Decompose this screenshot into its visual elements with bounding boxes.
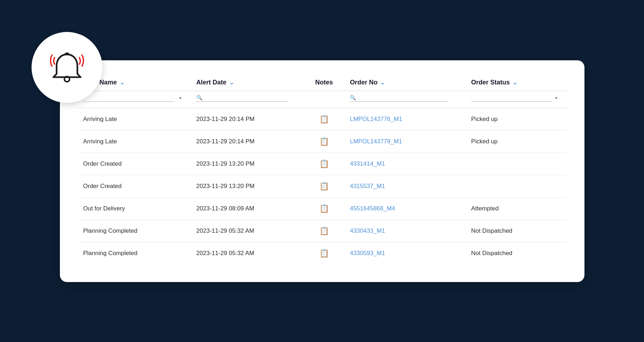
- cell-alert-name: Out for Delivery: [78, 197, 191, 220]
- col-header-order-no[interactable]: Order No ⌄: [344, 75, 465, 91]
- notes-icon[interactable]: 📋: [319, 115, 329, 123]
- filter-alert-date-input[interactable]: [205, 95, 288, 101]
- filter-cell-order-no: 🔍: [344, 91, 465, 108]
- order-link[interactable]: 4551645868_M4: [350, 205, 395, 212]
- order-link[interactable]: 4330433_M1: [350, 227, 385, 234]
- sort-alert-date-icon[interactable]: ⌄: [229, 79, 234, 86]
- cell-order-no[interactable]: LMPOL143776_M1: [344, 108, 465, 131]
- cell-order-status: Picked up: [465, 130, 566, 153]
- cell-alert-date: 2023-11-29 13:20 PM: [191, 175, 304, 197]
- table-row: Planning Completed 2023-11-29 05:32 AM 📋…: [78, 220, 567, 242]
- cell-notes[interactable]: 📋: [304, 242, 344, 264]
- cell-alert-name: Order Created: [78, 175, 191, 197]
- table-body: Arriving Late 2023-11-29 20:14 PM 📋 LMPO…: [78, 108, 567, 264]
- cell-alert-date: 2023-11-29 05:32 AM: [191, 242, 304, 264]
- cell-order-status: [465, 175, 566, 197]
- col-header-notes: Notes: [304, 75, 344, 91]
- cell-notes[interactable]: 📋: [304, 197, 344, 220]
- cell-alert-date: 2023-11-29 20:14 PM: [191, 130, 304, 153]
- table-row: Arriving Late 2023-11-29 20:14 PM 📋 LMPO…: [78, 130, 567, 153]
- filter-order-no-input[interactable]: [358, 95, 449, 101]
- order-link[interactable]: 4331414_M1: [350, 160, 385, 167]
- cell-notes[interactable]: 📋: [304, 175, 344, 197]
- table-row: Arriving Late 2023-11-29 20:14 PM 📋 LMPO…: [78, 108, 567, 131]
- cell-order-status: Picked up: [465, 108, 566, 131]
- cell-order-no[interactable]: LMPOL143779_M1: [344, 130, 465, 153]
- sort-order-status-icon[interactable]: ⌄: [513, 79, 517, 86]
- order-link[interactable]: LMPOL143776_M1: [350, 116, 402, 122]
- order-link[interactable]: 4330593_M1: [350, 250, 385, 256]
- order-link[interactable]: 4315537_M1: [350, 183, 385, 189]
- notification-bell-circle: [32, 32, 102, 103]
- table-row: Out for Delivery 2023-11-29 08:09 AM 📋 4…: [78, 197, 567, 220]
- notes-icon[interactable]: 📋: [319, 182, 329, 191]
- cell-alert-date: 2023-11-29 08:09 AM: [191, 197, 304, 220]
- cell-alert-name: Planning Completed: [78, 242, 191, 264]
- cell-order-no[interactable]: 4315537_M1: [344, 175, 465, 197]
- filter-alert-name-input[interactable]: [83, 94, 175, 102]
- bell-icon: [47, 48, 86, 87]
- cell-order-status: Not Dispatched: [465, 242, 566, 264]
- col-header-alert-date[interactable]: Alert Date ⌄: [191, 75, 304, 91]
- col-header-order-status[interactable]: Order Status ⌄: [465, 75, 566, 91]
- cell-order-status: [465, 153, 566, 175]
- cell-notes[interactable]: 📋: [304, 220, 344, 242]
- filter-cell-order-status: [465, 91, 566, 108]
- main-container: Alert Name ⌄ Alert Date ⌄ Notes: [60, 60, 584, 282]
- cell-order-no[interactable]: 4551645868_M4: [344, 197, 465, 220]
- content-card: Alert Name ⌄ Alert Date ⌄ Notes: [60, 60, 584, 282]
- filter-order-status-input[interactable]: [471, 94, 552, 102]
- cell-order-no[interactable]: 4330593_M1: [344, 242, 465, 264]
- table-row: Planning Completed 2023-11-29 05:32 AM 📋…: [78, 242, 567, 264]
- filter-cell-notes: [304, 91, 344, 108]
- search-order-no-icon: 🔍: [350, 95, 356, 100]
- cell-alert-name: Order Created: [78, 153, 191, 175]
- cell-alert-date: 2023-11-29 13:20 PM: [191, 153, 304, 175]
- notes-icon[interactable]: 📋: [319, 159, 329, 168]
- cell-alert-date: 2023-11-29 20:14 PM: [191, 108, 304, 131]
- order-link[interactable]: LMPOL143779_M1: [350, 138, 402, 145]
- cell-alert-name: Planning Completed: [78, 220, 191, 242]
- cell-order-no[interactable]: 4331414_M1: [344, 153, 465, 175]
- sort-order-no-icon[interactable]: ⌄: [380, 79, 385, 86]
- table-header-row: Alert Name ⌄ Alert Date ⌄ Notes: [78, 75, 567, 91]
- table-row: Order Created 2023-11-29 13:20 PM 📋 4331…: [78, 153, 567, 175]
- search-alert-date-icon: 🔍: [196, 95, 202, 100]
- cell-alert-date: 2023-11-29 05:32 AM: [191, 220, 304, 242]
- cell-alert-name: Arriving Late: [78, 108, 191, 131]
- cell-notes[interactable]: 📋: [304, 108, 344, 131]
- cell-notes[interactable]: 📋: [304, 153, 344, 175]
- filter-cell-alert-date: 🔍: [191, 91, 304, 108]
- cell-notes[interactable]: 📋: [304, 130, 344, 153]
- table-row: Order Created 2023-11-29 13:20 PM 📋 4315…: [78, 175, 567, 197]
- sort-alert-name-icon[interactable]: ⌄: [120, 79, 124, 86]
- table-filter-row: 🔍 🔍: [78, 91, 567, 108]
- notes-icon[interactable]: 📋: [319, 226, 329, 235]
- notes-icon[interactable]: 📋: [319, 249, 329, 258]
- filter-cell-alert-name: [78, 91, 191, 108]
- cell-order-status: Not Dispatched: [465, 220, 566, 242]
- cell-order-status: Attempted: [465, 197, 566, 220]
- cell-order-no[interactable]: 4330433_M1: [344, 220, 465, 242]
- notes-icon[interactable]: 📋: [319, 137, 329, 146]
- alerts-table: Alert Name ⌄ Alert Date ⌄ Notes: [78, 75, 567, 264]
- cell-alert-name: Arriving Late: [78, 130, 191, 153]
- notes-icon[interactable]: 📋: [319, 204, 329, 213]
